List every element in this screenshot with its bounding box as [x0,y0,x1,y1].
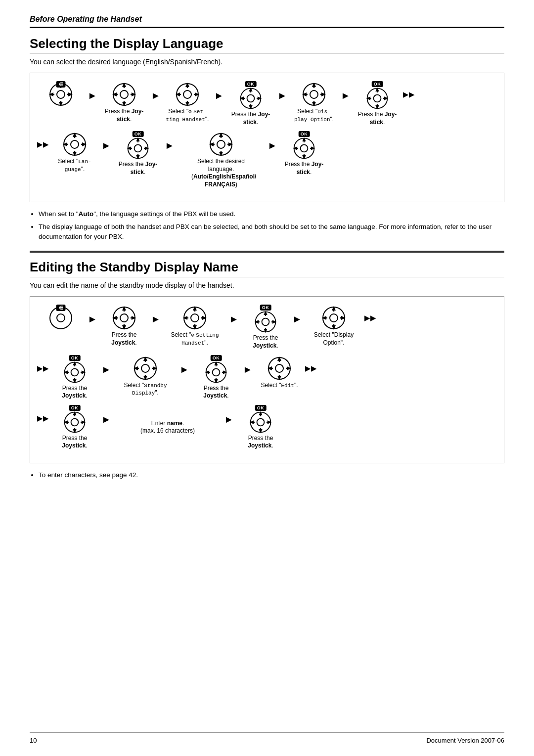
ok-joystick-icon: OK [61,355,88,385]
arrow: ► [86,81,99,101]
section1-row1: ⋹ ► [36,81,498,126]
joystick-svg [61,131,88,158]
ok-joystick-icon: OK [61,405,88,435]
svg-point-191 [71,418,79,426]
double-arrow: ▶▶ [402,81,416,99]
joystick-svg [132,355,159,382]
arrow: ► [275,81,289,101]
ok-badge: OK [299,131,310,137]
step-cell: Press the Joystick. [99,305,149,347]
section2-bullets: To enter characters, see page 42. [39,470,504,480]
bullet-item: When set to "Auto", the language setting… [39,209,504,219]
svg-point-181 [275,364,283,372]
joystick-svg [181,305,208,331]
step-label: Select "⊘ Setting Handset". [165,331,224,347]
step-cell: Select "Lan-guage". [50,131,99,173]
step-cell: Select "Display Option". [304,305,363,347]
section2-title: Editing the Standby Display Name [30,260,504,277]
double-arrow-start: ▶▶ [36,405,50,423]
step-label: Press the Joystick. [241,334,290,350]
step-cell: OK Press the Joy-stick. [113,131,163,176]
ok-badge: OK [245,81,257,87]
step-label: Press the Joy-stick. [358,111,397,126]
step-label: Press the Joy-stick. [285,161,324,176]
step-label: Select "Edit". [261,382,298,390]
svg-point-121 [191,314,199,322]
step-label: Press the Joystick. [50,435,99,450]
page-number: 10 [30,737,37,744]
step-label: Press the Joy-stick. [105,108,144,123]
svg-point-151 [71,368,79,376]
svg-point-29 [183,90,191,98]
joystick-svg [61,360,88,385]
ok-badge: OK [69,405,81,411]
step-cell: OK Press the Joy-stick. [279,131,329,176]
double-arrow-start: ▶▶ [36,355,50,373]
joystick-svg [247,410,274,435]
joystick-svg [208,131,234,158]
svg-point-201 [257,418,265,426]
step-cell: OK Press the Joy-stick. [226,81,275,126]
joystick-svg [61,410,88,435]
arrow: ► [99,131,113,151]
arrow: ► [290,305,304,325]
svg-point-101 [57,314,65,322]
svg-point-99 [301,145,308,152]
ok-joystick-icon: OK [252,305,279,334]
arrow: ► [163,131,177,151]
joystick-svg [252,310,279,334]
bullet-item: To enter characters, see page 42. [39,470,504,480]
svg-point-9 [57,90,65,98]
step-cell: Select the desired language.(Auto/Englis… [177,131,266,188]
menu-badge: ⋹ [56,81,66,88]
step-cell: Select "Dis-play Option". [289,81,339,123]
step-label: Select "Standby Display". [116,382,175,397]
step-cell: OK Press the Joystick. [236,405,285,450]
step-cell: Enter name.(max. 16 characters) [113,420,222,435]
ok-badge: OK [133,131,144,137]
ok-joystick-icon: OK [364,81,391,111]
step-label: Select "Lan-guage". [58,158,91,173]
header-title: Before Operating the Handset [30,15,504,24]
joystick-svg [125,136,151,161]
svg-point-79 [134,145,142,152]
step-cell: Press the Joy-stick. [99,81,149,123]
ok-joystick-icon: OK [291,131,317,161]
double-arrow: ▶▶ [363,305,377,322]
joystick-svg [291,136,317,161]
step-cell: Select "Standby Display". [113,355,178,397]
ok-joystick-icon: OK [203,355,229,385]
step-label: Press the Joy-stick. [119,161,158,176]
joystick-svg [301,81,327,108]
ok-joystick-icon: OK [247,405,274,435]
svg-point-69 [71,140,79,148]
section1-desc: You can select the desired language (Eng… [30,58,504,66]
step-cell: Select "Edit". [255,355,304,390]
section1-instruction-box: ⋹ ► [30,73,504,202]
svg-point-111 [120,314,128,322]
step-label: Press the Joystick. [99,331,149,347]
ok-badge: OK [372,81,383,87]
double-arrow: ▶▶ [304,355,318,373]
section2-row3: ▶▶ OK [36,405,498,450]
arrow: ► [149,305,163,325]
section-divider [30,251,504,253]
step-label: Press the Joystick. [50,385,99,400]
svg-point-39 [247,95,255,102]
arrow: ► [222,405,236,425]
step-cell: OK Press the Joystick. [50,355,99,400]
section1-bullets: When set to "Auto", the language setting… [39,209,504,242]
arrow: ► [339,81,353,101]
step-cell: Select "⊘ Setting Handset". [163,305,227,347]
svg-point-131 [262,318,269,326]
section2-row2: ▶▶ OK [36,355,498,400]
section1-title: Selecting the Display Language [30,36,504,54]
double-arrow-start: ▶▶ [36,131,50,149]
step-cell: ⋹ [36,305,86,334]
step-label: Select "Display Option". [304,331,363,347]
svg-point-89 [217,140,225,148]
menu-joystick-icon: ⋹ [47,81,74,111]
arrow: ► [149,81,163,101]
step-label: Press the Joystick. [191,385,241,400]
svg-point-141 [330,314,338,322]
